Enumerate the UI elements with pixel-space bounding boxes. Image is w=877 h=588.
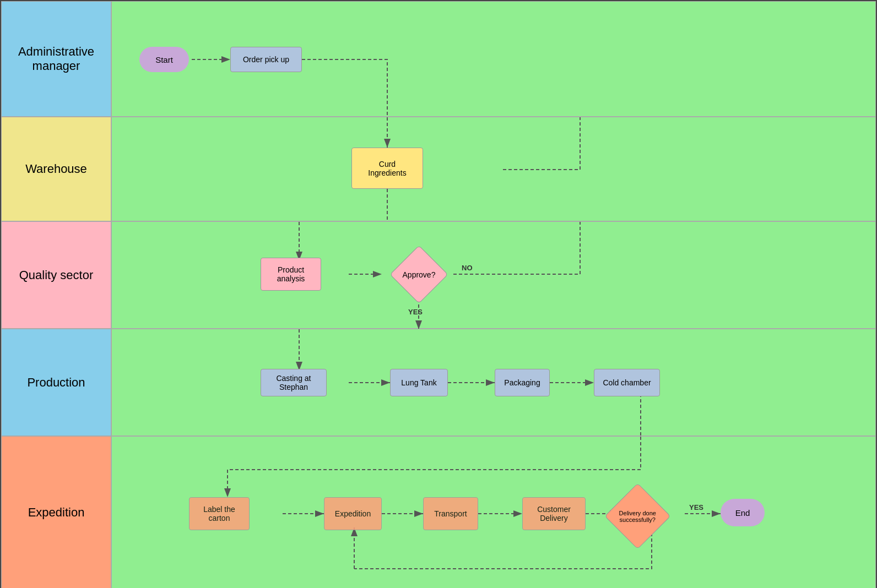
production-svg [112, 329, 875, 435]
lane-content-admin: Start Order pick up [111, 1, 876, 117]
production-label: Production [27, 375, 85, 390]
warehouse-label: Warehouse [25, 162, 87, 176]
admin-svg [112, 2, 875, 116]
quality-svg: NO YES [112, 222, 875, 328]
lane-content-quality: NO YES Product analysis Approve? [111, 221, 876, 329]
lane-label-production: Production [1, 329, 111, 436]
end-node: End [721, 499, 765, 526]
lane-content-expedition: YES Label the carton Expedition Transpor… [111, 436, 876, 588]
lane-label-admin: Administrative manager [1, 1, 111, 117]
packaging-node: Packaging [495, 369, 550, 396]
lane-label-warehouse: Warehouse [1, 117, 111, 221]
lane-content-production: Casting at Stephan Lung Tank Packaging C… [111, 329, 876, 436]
diagram-wrapper: Administrative manager Warehouse Quality… [0, 0, 877, 588]
quality-label: Quality sector [19, 268, 94, 282]
start-node: Start [139, 47, 189, 72]
transport-node: Transport [423, 497, 478, 530]
delivery-done-diamond: Delivery done successfully? [604, 483, 670, 549]
expedition-node: Expedition [324, 497, 382, 530]
customer-delivery-node: Customer Delivery [522, 497, 586, 530]
warehouse-svg [112, 117, 875, 221]
approve-diamond: Approve? [389, 245, 448, 303]
label-carton-node: Label the carton [189, 497, 250, 530]
product-analysis-node: Product analysis [261, 258, 321, 291]
lane-label-quality: Quality sector [1, 221, 111, 329]
lane-content-warehouse: Curd Ingredients [111, 117, 876, 221]
lane-label-expedition: Expedition [1, 436, 111, 588]
svg-text:YES: YES [408, 308, 423, 316]
casting-node: Casting at Stephan [261, 369, 327, 396]
lung-tank-node: Lung Tank [390, 369, 448, 396]
order-pickup-node: Order pick up [230, 47, 302, 72]
svg-text:NO: NO [462, 264, 473, 272]
approve-diamond-container: Approve? [383, 251, 455, 298]
svg-text:YES: YES [689, 503, 703, 511]
curd-ingredients-node: Curd Ingredients [351, 148, 423, 189]
expedition-label: Expedition [28, 505, 85, 520]
swimlanes-right: Start Order pick up Curd Ingredients [111, 1, 876, 587]
cold-chamber-node: Cold chamber [594, 369, 660, 396]
swimlanes-left: Administrative manager Warehouse Quality… [1, 1, 111, 587]
admin-label: Administrative manager [18, 45, 94, 73]
delivery-done-container: Delivery done successfully? [594, 489, 682, 544]
